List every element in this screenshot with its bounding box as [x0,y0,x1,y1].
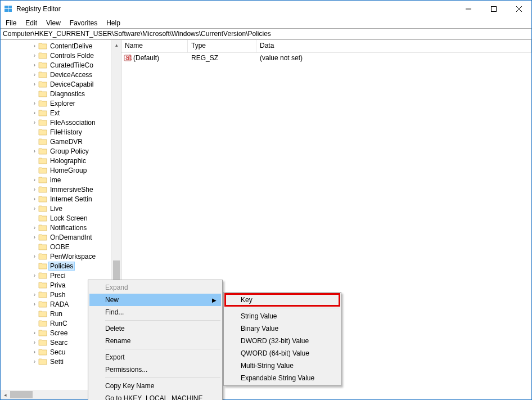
expand-icon[interactable]: › [31,62,38,68]
col-type[interactable]: Type [188,40,256,52]
context-submenu-new[interactable]: KeyString ValueBinary ValueDWORD (32-bit… [223,292,341,386]
expand-icon[interactable]: › [31,253,38,259]
expand-icon[interactable]: › [31,177,38,183]
tree-item[interactable]: HomeGroup [1,165,121,175]
tree-item[interactable]: ›Notifications [1,223,121,232]
expand-icon[interactable]: › [31,186,38,192]
ctx-new[interactable]: New▶ [89,294,221,306]
ctx-permissions[interactable]: Permissions... [89,363,221,376]
menu-item-label: New [105,296,119,304]
expand-icon[interactable]: › [31,234,38,240]
expand-icon[interactable]: › [31,358,38,365]
expand-icon[interactable]: › [31,81,38,87]
tree-item[interactable]: ›Group Policy [1,146,121,156]
list-row[interactable]: ab(Default)REG_SZ(value not set) [121,53,531,63]
tree-item[interactable]: ›ImmersiveShe [1,185,121,194]
expand-icon[interactable]: › [31,71,38,78]
ctx-go-to-hkey-local-machine[interactable]: Go to HKEY_LOCAL_MACHINE [89,392,221,400]
value-data: (value not set) [256,54,531,62]
menu-item-label: Multi-String Value [241,362,294,370]
tree-item[interactable]: ›DeviceAccess [1,70,121,79]
ctx-new-expandable-string-value[interactable]: Expandable String Value [225,372,340,384]
tree-item[interactable]: ›PenWorkspace [1,251,121,261]
expand-icon[interactable]: › [31,205,38,212]
ctx-new-string-value[interactable]: String Value [225,310,340,322]
maximize-button[interactable] [481,1,506,17]
expand-icon[interactable]: › [31,349,38,355]
tree-item[interactable]: ›ContentDelive [1,41,121,51]
tree-item-label: OOBE [49,243,71,251]
tree-item[interactable]: Lock Screen [1,213,121,223]
tree-item-label: ContentDelive [49,42,93,50]
menu-file[interactable]: File [2,19,20,28]
expand-icon[interactable]: › [31,110,38,116]
menu-favorites[interactable]: Favorites [66,19,101,28]
tree-item-label: Live [49,205,64,213]
col-name[interactable]: Name [121,40,188,52]
expand-icon[interactable]: › [31,224,38,231]
expand-icon[interactable]: › [31,330,38,336]
menu-edit[interactable]: Edit [21,19,41,28]
tree-item[interactable]: ›DeviceCapabil [1,79,121,89]
ctx-new-binary-value[interactable]: Binary Value [225,322,340,335]
expand-icon[interactable]: › [31,52,38,59]
tree-item[interactable]: ›Controls Folde [1,51,121,60]
folder-icon [38,272,47,279]
close-button[interactable] [506,1,531,17]
tree-item[interactable]: ›Live [1,204,121,213]
ctx-copy-key-name[interactable]: Copy Key Name [89,380,221,392]
svg-rect-0 [4,6,8,8]
folder-icon [38,205,47,212]
tree-item-label: Notifications [49,224,88,232]
expand-icon[interactable]: › [31,119,38,125]
tree-item[interactable]: Policies [1,261,121,271]
folder-icon [38,281,47,289]
ctx-export[interactable]: Export [89,351,221,363]
tree-item[interactable]: GameDVR [1,137,121,146]
tree-item[interactable]: ›Internet Settin [1,194,121,204]
tree-item[interactable]: ›Preci [1,271,121,280]
tree-item[interactable]: ›Explorer [1,98,121,108]
ctx-rename[interactable]: Rename [89,335,221,347]
expand-icon[interactable]: › [31,43,38,49]
tree-item-label: Priva [49,281,66,289]
scroll-left-icon[interactable]: ◂ [1,392,10,398]
expand-icon[interactable]: › [31,339,38,345]
tree-item[interactable]: Holographic [1,156,121,165]
ctx-find[interactable]: Find... [89,306,221,318]
expand-icon[interactable]: › [31,272,38,278]
tree-item-label: Searc [49,339,69,347]
folder-icon [38,358,47,365]
tree-item[interactable]: ›FileAssociation [1,118,121,127]
menu-item-label: Export [105,353,125,361]
tree-item-label: OnDemandInt [49,233,93,241]
ctx-new-key[interactable]: Key [225,294,340,306]
tree-item[interactable]: ›ime [1,175,121,185]
tree-item[interactable]: ›CuratedTileCo [1,60,121,70]
expand-icon[interactable]: › [31,301,38,307]
ctx-new-multi-string-value[interactable]: Multi-String Value [225,359,340,372]
tree-item[interactable]: ›OnDemandInt [1,232,121,242]
menu-item-label: Copy Key Name [105,382,154,390]
minimize-button[interactable] [456,1,481,17]
expand-icon[interactable]: › [31,291,38,298]
scroll-up-icon[interactable]: ▴ [112,40,121,50]
tree-item[interactable]: FileHistory [1,127,121,137]
ctx-new-dword-32-bit-value[interactable]: DWORD (32-bit) Value [225,335,340,347]
ctx-new-qword-64-bit-value[interactable]: QWORD (64-bit) Value [225,347,340,359]
menu-help[interactable]: Help [102,19,124,28]
expand-icon[interactable]: › [31,100,38,106]
address-bar[interactable]: Computer\HKEY_CURRENT_USER\Software\Micr… [1,28,531,39]
col-data[interactable]: Data [256,40,531,52]
hscroll-thumb[interactable] [10,391,33,398]
tree-item[interactable]: Diagnostics [1,89,121,98]
expand-icon[interactable]: › [31,196,38,202]
context-menu[interactable]: ExpandNew▶Find...DeleteRenameExportPermi… [88,280,223,400]
menu-item-label: DWORD (32-bit) Value [241,337,309,345]
tree-item[interactable]: ›Ext [1,108,121,118]
title-bar[interactable]: Registry Editor [1,1,531,17]
expand-icon[interactable]: › [31,148,38,154]
menu-view[interactable]: View [42,19,65,28]
tree-item[interactable]: OOBE [1,242,121,251]
ctx-delete[interactable]: Delete [89,322,221,335]
